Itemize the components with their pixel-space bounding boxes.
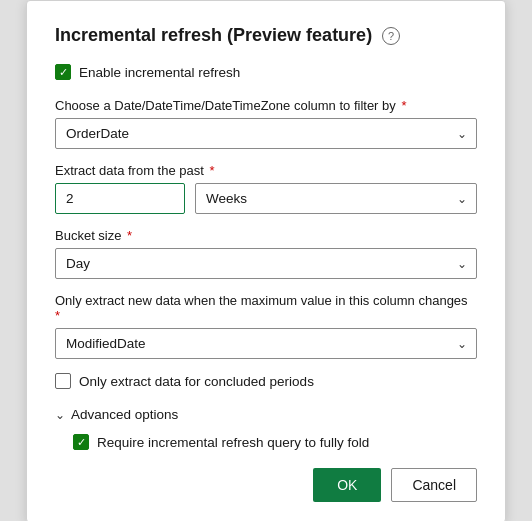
advanced-options-row[interactable]: ⌄ Advanced options — [55, 407, 477, 422]
dialog-title: Incremental refresh (Preview feature) — [55, 25, 372, 46]
help-icon-label: ? — [388, 30, 394, 42]
help-icon[interactable]: ? — [382, 27, 400, 45]
required-star-4: * — [55, 308, 60, 323]
bucket-size-select-wrapper: Day Week Month ⌄ — [55, 248, 477, 279]
button-row: OK Cancel — [55, 468, 477, 502]
concluded-periods-label: Only extract data for concluded periods — [79, 374, 314, 389]
required-star-1: * — [398, 98, 407, 113]
concluded-periods-row[interactable]: Only extract data for concluded periods — [55, 373, 477, 389]
cancel-button[interactable]: Cancel — [391, 468, 477, 502]
ok-button[interactable]: OK — [313, 468, 381, 502]
required-star-3: * — [123, 228, 132, 243]
bucket-size-select[interactable]: Day Week Month — [55, 248, 477, 279]
full-fold-label: Require incremental refresh query to ful… — [97, 435, 369, 450]
full-fold-checkbox[interactable]: ✓ — [73, 434, 89, 450]
date-column-field: Choose a Date/DateTime/DateTimeZone colu… — [55, 98, 477, 149]
full-fold-row[interactable]: ✓ Require incremental refresh query to f… — [73, 434, 477, 450]
max-value-label: Only extract new data when the maximum v… — [55, 293, 477, 323]
date-column-select[interactable]: OrderDate ModifiedDate — [55, 118, 477, 149]
date-column-label: Choose a Date/DateTime/DateTimeZone colu… — [55, 98, 477, 113]
enable-checkbox[interactable]: ✓ — [55, 64, 71, 80]
bucket-size-label: Bucket size * — [55, 228, 477, 243]
enable-checkbox-row[interactable]: ✓ Enable incremental refresh — [55, 64, 477, 80]
checkmark-icon: ✓ — [59, 67, 68, 78]
enable-checkbox-label: Enable incremental refresh — [79, 65, 240, 80]
extract-period-select[interactable]: Days Weeks Months Years — [195, 183, 477, 214]
date-column-select-wrapper: OrderDate ModifiedDate ⌄ — [55, 118, 477, 149]
extract-period-wrapper: Days Weeks Months Years ⌄ — [195, 183, 477, 214]
concluded-periods-checkbox[interactable] — [55, 373, 71, 389]
extract-data-inline: Days Weeks Months Years ⌄ — [55, 183, 477, 214]
advanced-options-label: Advanced options — [71, 407, 178, 422]
extract-data-field: Extract data from the past * Days Weeks … — [55, 163, 477, 214]
chevron-expand-icon: ⌄ — [55, 408, 65, 422]
title-row: Incremental refresh (Preview feature) ? — [55, 25, 477, 46]
full-fold-checkmark-icon: ✓ — [77, 437, 86, 448]
max-value-select[interactable]: ModifiedDate OrderDate — [55, 328, 477, 359]
extract-data-label: Extract data from the past * — [55, 163, 477, 178]
required-star-2: * — [206, 163, 215, 178]
max-value-select-wrapper: ModifiedDate OrderDate ⌄ — [55, 328, 477, 359]
max-value-field: Only extract new data when the maximum v… — [55, 293, 477, 359]
incremental-refresh-dialog: Incremental refresh (Preview feature) ? … — [26, 0, 506, 521]
bucket-size-field: Bucket size * Day Week Month ⌄ — [55, 228, 477, 279]
extract-number-input[interactable] — [55, 183, 185, 214]
